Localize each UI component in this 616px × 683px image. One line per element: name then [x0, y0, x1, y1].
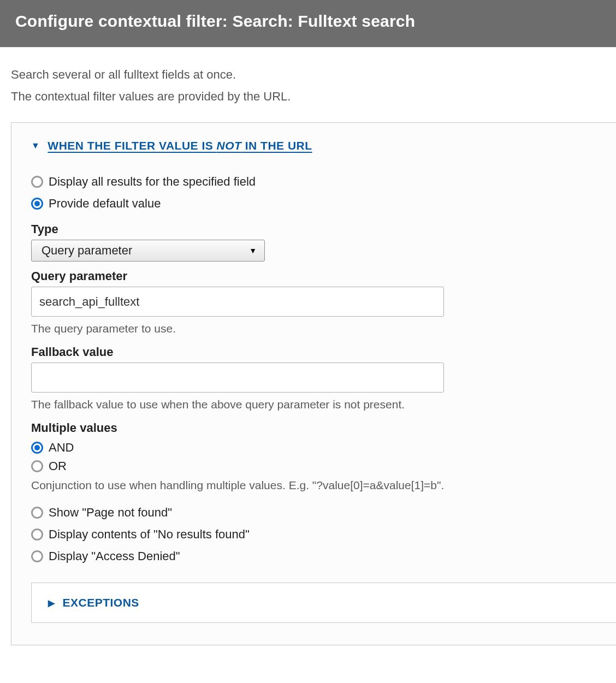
exceptions-toggle[interactable]: ▶ EXCEPTIONS	[48, 596, 616, 609]
dialog-content: Search several or all fulltext fields at…	[0, 47, 616, 645]
radio-icon	[31, 460, 43, 472]
radio-label: Show "Page not found"	[49, 506, 172, 520]
filter-panel: ▼ WHEN THE FILTER VALUE IS NOT IN THE UR…	[11, 122, 616, 645]
multiple-values-label: Multiple values	[31, 421, 616, 435]
triangle-right-icon: ▶	[48, 598, 55, 608]
type-label: Type	[31, 222, 616, 236]
radio-label: Display all results for the specified fi…	[49, 175, 256, 189]
radio-page-not-found[interactable]: Show "Page not found"	[31, 502, 616, 524]
chevron-down-icon: ▼	[249, 246, 257, 255]
intro-line-2: The contextual filter values are provide…	[11, 86, 616, 108]
radio-icon	[31, 442, 43, 454]
section-title: WHEN THE FILTER VALUE IS NOT IN THE URL	[48, 139, 312, 152]
radio-label: Display contents of "No results found"	[49, 527, 250, 542]
dialog-title: Configure contextual filter: Search: Ful…	[15, 12, 601, 31]
fallback-input[interactable]	[31, 363, 444, 393]
exceptions-panel: ▶ EXCEPTIONS	[31, 583, 616, 623]
radio-and[interactable]: AND	[31, 438, 616, 457]
multiple-values-help: Conjunction to use when handling multipl…	[31, 479, 616, 492]
type-select-value: Query parameter	[42, 243, 132, 258]
radio-label: AND	[49, 441, 74, 455]
fallback-help: The fallback value to use when the above…	[31, 398, 616, 411]
triangle-down-icon: ▼	[31, 141, 40, 151]
exceptions-title: EXCEPTIONS	[63, 596, 139, 609]
radio-label: Provide default value	[49, 197, 161, 211]
radio-no-results[interactable]: Display contents of "No results found"	[31, 524, 616, 545]
section-when-not-in-url-toggle[interactable]: ▼ WHEN THE FILTER VALUE IS NOT IN THE UR…	[31, 139, 616, 152]
behavior-radio-group: Display all results for the specified fi…	[31, 171, 616, 215]
intro-line-1: Search several or all fulltext fields at…	[11, 64, 616, 86]
radio-icon	[31, 528, 43, 541]
radio-or[interactable]: OR	[31, 457, 616, 476]
radio-icon	[31, 176, 43, 188]
radio-provide-default[interactable]: Provide default value	[31, 193, 616, 215]
query-parameter-label: Query parameter	[31, 269, 616, 283]
fallback-label: Fallback value	[31, 345, 616, 359]
radio-icon	[31, 507, 43, 519]
behavior-radio-group-continued: Show "Page not found" Display contents o…	[31, 502, 616, 567]
radio-label: OR	[49, 459, 67, 473]
query-parameter-help: The query parameter to use.	[31, 322, 616, 335]
dialog-header: Configure contextual filter: Search: Ful…	[0, 0, 616, 47]
radio-access-denied[interactable]: Display "Access Denied"	[31, 545, 616, 567]
radio-icon	[31, 198, 43, 210]
type-select[interactable]: Query parameter ▼	[31, 240, 265, 262]
query-parameter-input[interactable]	[31, 287, 444, 317]
intro-text: Search several or all fulltext fields at…	[11, 64, 616, 107]
radio-icon	[31, 550, 43, 562]
radio-display-all[interactable]: Display all results for the specified fi…	[31, 171, 616, 193]
default-value-config: Type Query parameter ▼ Query parameter T…	[31, 222, 616, 492]
radio-label: Display "Access Denied"	[49, 549, 180, 563]
